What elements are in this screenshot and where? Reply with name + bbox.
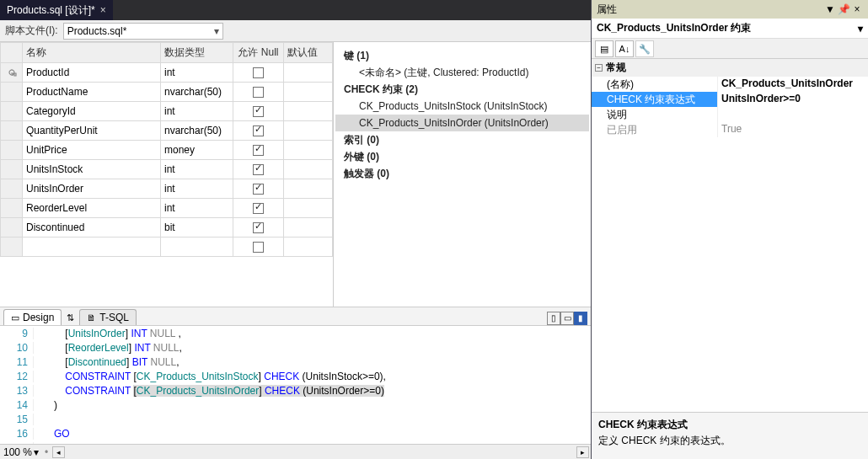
cell-type[interactable]: money — [161, 141, 233, 160]
tree-index[interactable]: 索引 (0) — [335, 131, 589, 148]
code-line[interactable]: 10 [ReorderLevel] INT NULL, — [0, 340, 591, 355]
cell-allow-null[interactable] — [233, 83, 284, 102]
table-row[interactable]: CategoryId int — [1, 102, 333, 121]
cell-type[interactable]: bit — [161, 218, 233, 238]
tree-check[interactable]: CHECK 约束 (2) — [335, 81, 589, 98]
col-header-default[interactable]: 默认值 — [284, 43, 333, 63]
cell-default[interactable] — [284, 160, 333, 179]
cell-type[interactable]: int — [161, 102, 233, 121]
tree-trigger[interactable]: 触发器 (0) — [335, 165, 589, 182]
cell-allow-null[interactable] — [233, 218, 284, 238]
cell-name[interactable]: ReorderLevel — [23, 199, 161, 218]
columns-grid[interactable]: 名称 数据类型 允许 Null 默认值 ProductId int Produc… — [0, 42, 333, 257]
code-line[interactable]: 16GO — [0, 426, 591, 440]
tab-design[interactable]: ▭ Design — [3, 309, 62, 325]
row-header[interactable] — [1, 160, 23, 179]
close-icon[interactable]: × — [851, 3, 863, 15]
checkbox-icon[interactable] — [253, 106, 264, 117]
alphabetical-button[interactable]: A↓ — [615, 40, 634, 57]
zoom-combo[interactable]: 100 % ▾ — [0, 446, 42, 458]
row-header[interactable] — [1, 218, 23, 238]
cell-name[interactable]: UnitPrice — [23, 141, 161, 160]
cell-type[interactable]: int — [161, 160, 233, 179]
cell-type[interactable]: int — [161, 179, 233, 199]
property-row[interactable]: 已启用True — [592, 122, 868, 137]
table-row[interactable]: UnitPrice money — [1, 141, 333, 160]
cell-name[interactable]: UnitsInOrder — [23, 179, 161, 199]
cell-allow-null[interactable] — [233, 102, 284, 121]
table-row[interactable]: ReorderLevel int — [1, 199, 333, 218]
tsql-editor[interactable]: 9 [UnitsInOrder] INT NULL ,10 [ReorderLe… — [0, 326, 591, 459]
code-line[interactable]: 15 — [0, 412, 591, 426]
checkbox-icon[interactable] — [253, 222, 264, 233]
tree-key-item[interactable]: <未命名> (主键, Clustered: ProductId) — [335, 64, 589, 81]
script-file-combo[interactable]: Products.sql* ▾ — [63, 23, 223, 40]
cell-name[interactable]: ProductName — [23, 83, 161, 102]
row-header[interactable] — [1, 102, 23, 121]
cell-allow-null[interactable] — [233, 160, 284, 179]
property-value[interactable]: UnitsInOrder>=0 — [718, 92, 868, 107]
tree-check-item-selected[interactable]: CK_Products_UnitsInOrder (UnitsInOrder) — [335, 115, 589, 131]
cell-type[interactable]: nvarchar(50) — [161, 121, 233, 141]
cell-default[interactable] — [284, 179, 333, 199]
split-v-icon[interactable]: ▭ — [560, 312, 574, 325]
property-value[interactable]: True — [718, 122, 868, 137]
row-header[interactable] — [1, 199, 23, 218]
cell-default[interactable] — [284, 199, 333, 218]
cell-name[interactable]: UnitsInStock — [23, 160, 161, 179]
cell-type[interactable]: int — [161, 63, 233, 83]
close-icon[interactable]: × — [100, 4, 106, 16]
table-row[interactable]: ProductId int — [1, 63, 333, 83]
cell-name[interactable]: ProductId — [23, 63, 161, 83]
code-line[interactable]: 9 [UnitsInOrder] INT NULL , — [0, 326, 591, 340]
property-row[interactable]: CHECK 约束表达式UnitsInOrder>=0 — [592, 92, 868, 107]
col-header-type[interactable]: 数据类型 — [161, 43, 233, 63]
dropdown-icon[interactable]: ▼ — [824, 3, 836, 15]
code-line[interactable]: 17EXEC sp_addextendedproperty @name = N'… — [0, 440, 591, 444]
document-tab[interactable]: Products.sql [设计]* × — [0, 0, 113, 20]
cell-type[interactable]: int — [161, 199, 233, 218]
checkbox-icon[interactable] — [253, 184, 264, 195]
checkbox-icon[interactable] — [253, 125, 264, 136]
table-row[interactable]: QuantityPerUnit nvarchar(50) — [1, 121, 333, 141]
row-header[interactable] — [1, 179, 23, 199]
single-pane-icon[interactable]: ▮ — [574, 312, 587, 325]
split-h-icon[interactable]: ▯ — [547, 312, 560, 325]
code-line[interactable]: 13 CONSTRAINT [CK_Products_UnitsInOrder]… — [0, 383, 591, 398]
categorized-button[interactable]: ▤ — [595, 40, 613, 57]
row-header[interactable] — [1, 63, 23, 83]
col-header-null[interactable]: 允许 Null — [233, 43, 284, 63]
checkbox-icon[interactable] — [253, 164, 264, 175]
cell-default[interactable] — [284, 121, 333, 141]
cell-default[interactable] — [284, 102, 333, 121]
pin-icon[interactable]: 📌 — [838, 3, 849, 15]
checkbox-icon[interactable] — [253, 145, 264, 156]
table-row[interactable]: ProductName nvarchar(50) — [1, 83, 333, 102]
table-row[interactable]: Discontinued bit — [1, 218, 333, 238]
cell-name[interactable]: QuantityPerUnit — [23, 121, 161, 141]
cell-default[interactable] — [284, 141, 333, 160]
property-value[interactable] — [718, 107, 868, 122]
scroll-left-icon[interactable]: ◂ — [52, 446, 65, 458]
cell-allow-null[interactable] — [233, 63, 284, 83]
col-header-name[interactable]: 名称 — [23, 43, 161, 63]
cell-default[interactable] — [284, 63, 333, 83]
properties-object-combo[interactable]: CK_Products_UnitsInOrder 约束 ▾ — [592, 19, 868, 39]
code-line[interactable]: 12 CONSTRAINT [CK_Products_UnitsInStock]… — [0, 369, 591, 383]
tree-fk[interactable]: 外键 (0) — [335, 148, 589, 165]
collapse-icon[interactable]: − — [595, 64, 603, 72]
checkbox-icon[interactable] — [253, 242, 264, 253]
checkbox-icon[interactable] — [253, 203, 264, 214]
code-line[interactable]: 14) — [0, 398, 591, 412]
tree-keys[interactable]: 键 (1) — [335, 47, 589, 64]
cell-name[interactable]: CategoryId — [23, 102, 161, 121]
swap-button[interactable]: ⇅ — [63, 311, 78, 325]
cell-type[interactable]: nvarchar(50) — [161, 83, 233, 102]
row-header[interactable] — [1, 141, 23, 160]
cell-allow-null[interactable] — [233, 179, 284, 199]
checkbox-icon[interactable] — [253, 67, 264, 78]
cell-allow-null[interactable] — [233, 121, 284, 141]
cell-default[interactable] — [284, 218, 333, 238]
row-header[interactable] — [1, 83, 23, 102]
cell-default[interactable] — [284, 83, 333, 102]
